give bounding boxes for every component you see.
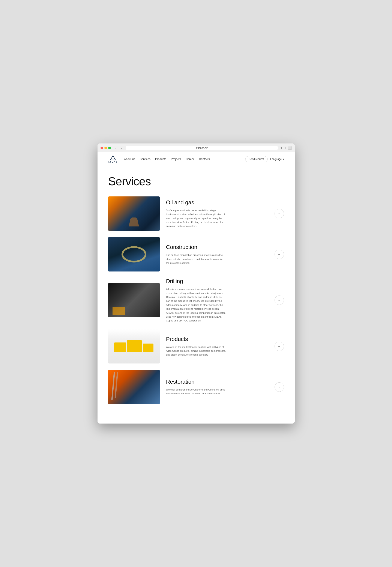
service-right: Products We are on the market leader pos… (166, 336, 284, 357)
arrow-button[interactable]: → (275, 382, 284, 392)
products-image (108, 329, 160, 363)
machine-1 (114, 342, 126, 352)
logo-text: ATLAS (108, 161, 118, 163)
close-button[interactable] (100, 147, 103, 149)
nav-contacts[interactable]: Contacts (199, 157, 210, 161)
arrow-button[interactable]: → (275, 250, 284, 259)
service-description: The surface preparation process not only… (166, 253, 226, 265)
service-title: Drilling (166, 278, 270, 285)
oil-gas-image (108, 196, 160, 231)
traffic-lights (100, 147, 111, 149)
sidebar-icon[interactable]: ⬜ (288, 146, 292, 150)
list-item: Drilling Atlas is a company specializing… (108, 278, 284, 323)
service-description: We are on the market leader position wit… (166, 345, 226, 357)
service-info: Oil and gas Surface preparation is the e… (166, 199, 270, 228)
browser-window: ‹ › atlases.az ⬆ + ⬜ ATLAS About us Serv (98, 144, 295, 423)
service-info: Restoration We offer comprehensive Onsho… (166, 378, 270, 396)
service-title: Products (166, 336, 270, 342)
service-right: Construction The surface preparation pro… (166, 244, 284, 265)
machine-2 (127, 340, 142, 352)
browser-navigation: ‹ › (114, 146, 124, 150)
chevron-down-icon: ▾ (283, 158, 284, 161)
page-title: Services (108, 174, 284, 188)
service-title: Construction (166, 244, 270, 250)
service-description: Surface preparation is the essential fir… (166, 208, 226, 228)
share-icon[interactable]: ⬆ (280, 146, 283, 150)
browser-actions: ⬆ + ⬜ (280, 146, 292, 150)
arrow-button[interactable]: → (275, 342, 284, 351)
nav-projects[interactable]: Projects (171, 157, 181, 161)
list-item: Restoration We offer comprehensive Onsho… (108, 370, 284, 404)
logo[interactable]: ATLAS (108, 155, 118, 163)
language-button[interactable]: Language ▾ (270, 158, 284, 161)
minimize-button[interactable] (104, 147, 107, 149)
arrow-button[interactable]: → (275, 209, 284, 218)
service-info: Products We are on the market leader pos… (166, 336, 270, 357)
nav-services[interactable]: Services (140, 157, 151, 161)
service-right: Drilling Atlas is a company specializing… (166, 278, 284, 323)
add-tab-icon[interactable]: + (284, 146, 286, 150)
arrow-button[interactable]: → (275, 295, 284, 305)
machines-graphic (114, 340, 154, 352)
nav-links: About us Services Products Projects Care… (124, 157, 245, 161)
list-item: Construction The surface preparation pro… (108, 237, 284, 272)
nav-career[interactable]: Career (186, 157, 194, 161)
service-title: Oil and gas (166, 199, 270, 206)
nav-products[interactable]: Products (155, 157, 166, 161)
back-button[interactable]: ‹ (114, 146, 118, 150)
main-content: Services Oil and gas Surface preparation… (98, 166, 295, 423)
construction-image (108, 237, 160, 272)
list-item: Products We are on the market leader pos… (108, 329, 284, 363)
service-right: Restoration We offer comprehensive Onsho… (166, 378, 284, 396)
drilling-image (108, 283, 160, 317)
address-bar[interactable]: atlases.az (126, 145, 278, 150)
service-title: Restoration (166, 378, 270, 385)
service-info: Construction The surface preparation pro… (166, 244, 270, 265)
forward-button[interactable]: › (119, 146, 124, 150)
send-request-button[interactable]: Send request (245, 156, 268, 162)
machine-3 (143, 344, 154, 352)
list-item: Oil and gas Surface preparation is the e… (108, 196, 284, 231)
service-info: Drilling Atlas is a company specializing… (166, 278, 270, 323)
navbar: ATLAS About us Services Products Project… (98, 152, 295, 166)
browser-chrome: ‹ › atlases.az ⬆ + ⬜ (98, 144, 295, 152)
service-description: We offer comprehensive Onshore and Offsh… (166, 388, 226, 396)
logo-icon (110, 155, 116, 160)
nav-about-us[interactable]: About us (124, 157, 135, 161)
page-content: ATLAS About us Services Products Project… (98, 152, 295, 423)
service-right: Oil and gas Surface preparation is the e… (166, 199, 284, 228)
maximize-button[interactable] (108, 147, 111, 149)
service-description: Atlas is a company specializing in sandb… (166, 287, 226, 323)
navbar-right: Send request Language ▾ (245, 156, 284, 162)
restoration-image (108, 370, 160, 404)
